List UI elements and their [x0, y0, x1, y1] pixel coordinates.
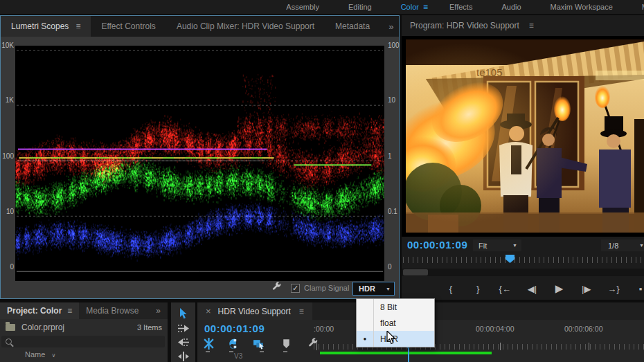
- tab-overflow-chevron-icon[interactable]: »: [380, 16, 402, 37]
- panel-menu-icon[interactable]: ≡: [67, 306, 72, 316]
- track-select-forward-icon[interactable]: [177, 324, 190, 333]
- workspace-menu-icon[interactable]: ≡: [422, 2, 435, 12]
- go-to-in-button[interactable]: {←: [499, 284, 511, 294]
- program-video-frame: te105: [402, 36, 644, 237]
- close-icon[interactable]: ×: [206, 306, 211, 316]
- ruler-major-tick: [316, 343, 317, 350]
- step-back-button[interactable]: ◀|: [526, 284, 538, 294]
- workspace-tab-assembly[interactable]: Assembly: [271, 3, 334, 11]
- linked-selection-icon[interactable]: [253, 338, 265, 350]
- tools-panel: [171, 302, 195, 362]
- scope-left-axis-label: 100: [1, 152, 14, 160]
- program-timecode[interactable]: 00:00:01:09: [407, 239, 467, 251]
- rolling-edit-tool-icon[interactable]: [178, 352, 189, 361]
- play-button[interactable]: ▶: [553, 282, 566, 295]
- workspace-bar: Assembly Editing Color ≡ Effects Audio M…: [0, 0, 644, 14]
- playback-resolution-dropdown[interactable]: 1/8 ▼: [601, 239, 644, 251]
- workspace-tab-audio[interactable]: Audio: [487, 3, 535, 11]
- lift-button[interactable]: ▪: [634, 284, 644, 294]
- program-header: Program: HDR Video Support ≡: [402, 15, 644, 36]
- scope-left-axis-label: 0: [1, 263, 14, 271]
- scope-right-axis-label: 0: [386, 263, 403, 271]
- track-v3-label: V3: [234, 352, 242, 360]
- tab-media-browser[interactable]: Media Browse: [79, 302, 145, 319]
- colorspace-dropdown[interactable]: HDR ▼: [352, 282, 395, 296]
- panel-menu-icon[interactable]: ≡: [75, 21, 80, 31]
- search-icon: [6, 338, 12, 345]
- scope-left-axis-label: 10: [1, 208, 14, 215]
- scrollbar-handle[interactable]: [403, 269, 428, 275]
- workspace-tab-maxim[interactable]: Maxim Workspace: [536, 3, 627, 11]
- go-to-out-button[interactable]: →}: [607, 284, 620, 294]
- ruler-label: 00:00:04:00: [476, 325, 514, 333]
- clamp-signal-checkbox[interactable]: ✓: [291, 284, 300, 293]
- selection-tool-icon[interactable]: [178, 308, 189, 319]
- add-marker-icon[interactable]: [280, 338, 292, 350]
- timeline-timecode[interactable]: 00:00:01:09: [204, 323, 265, 334]
- workspace-tab-effects[interactable]: Effects: [435, 3, 487, 11]
- scope-right-axis-label: 0.1: [386, 208, 403, 215]
- ruler-label: 00:00:06:00: [564, 325, 602, 333]
- project-panel: Project: Color ≡ Media Browse » Color.pr…: [0, 302, 168, 362]
- menu-bullet-slot: [357, 315, 374, 331]
- ruler-major-tick: [589, 343, 589, 350]
- tab-lumetri-scopes[interactable]: Lumetri Scopes ≡: [1, 16, 91, 37]
- tab-overflow-chevron-icon[interactable]: »: [149, 302, 168, 319]
- tab-sequence-hdr-video-support[interactable]: × HDR Video Support ≡: [197, 302, 312, 320]
- mark-in-button[interactable]: {: [445, 284, 457, 294]
- resolution-dropdown-value: 1/8: [601, 242, 639, 250]
- colorspace-dropdown-value: HDR: [353, 284, 386, 293]
- scope-right-axis-label: 1: [386, 152, 403, 160]
- premiere-pro-window: Assembly Editing Color ≡ Effects Audio M…: [0, 0, 644, 362]
- workspace-tab-color[interactable]: Color: [386, 3, 422, 11]
- chevron-down-icon: ▼: [639, 243, 644, 248]
- workspace-tab-editing[interactable]: Editing: [334, 3, 386, 11]
- fit-dropdown[interactable]: Fit ▼: [473, 239, 521, 251]
- menu-selected-bullet-icon: ●: [357, 331, 374, 347]
- menu-item-float[interactable]: float: [357, 315, 434, 331]
- step-forward-button[interactable]: |▶: [580, 284, 593, 294]
- project-file-name[interactable]: Color.prproj: [21, 323, 64, 332]
- insert-as-nest-icon[interactable]: [203, 338, 215, 350]
- scope-left-axis-label: 10K: [1, 42, 14, 49]
- menu-item-8bit[interactable]: 8 Bit: [357, 299, 434, 315]
- track-select-backward-icon[interactable]: [177, 338, 190, 347]
- program-panel-menu-icon[interactable]: ≡: [529, 21, 534, 30]
- program-zoom-scrollbar[interactable]: [402, 269, 644, 276]
- tab-lumetri-scopes-label: Lumetri Scopes: [11, 21, 69, 31]
- menu-bullet-slot: [357, 299, 374, 315]
- chevron-down-icon: ▼: [512, 243, 521, 248]
- waveform-scope-canvas: [15, 46, 384, 281]
- lumetri-tabstrip: Lumetri Scopes ≡ Effect Controls Audio C…: [1, 16, 399, 37]
- ruler-label: :00:00: [314, 325, 334, 333]
- tab-project-color[interactable]: Project: Color ≡: [0, 302, 79, 319]
- folder-icon: [6, 324, 15, 331]
- tab-audio-clip-mixer[interactable]: Audio Clip Mixer: HDR Video Support: [166, 16, 325, 37]
- name-column-header[interactable]: Name ∨: [25, 350, 55, 359]
- fit-dropdown-value: Fit: [473, 242, 512, 250]
- project-search-input[interactable]: [1, 336, 165, 347]
- program-title: Program: HDR Video Support: [410, 21, 519, 30]
- mark-out-button[interactable]: }: [472, 284, 484, 294]
- render-bar-green: [320, 352, 492, 354]
- chevron-down-icon: ▼: [386, 287, 394, 291]
- workspace-tab-overflow[interactable]: M: [627, 3, 644, 11]
- project-items-count: 3 Items: [137, 323, 168, 332]
- chevron-down-icon: ∨: [51, 352, 55, 359]
- transport-controls: { } {← ◀| ▶ |▶ →} ▪: [445, 280, 644, 298]
- program-mini-ruler[interactable]: [403, 257, 643, 263]
- waveform-scope: [15, 46, 384, 281]
- project-tabstrip: Project: Color ≡ Media Browse »: [0, 302, 168, 319]
- panel-menu-icon[interactable]: ≡: [299, 307, 304, 316]
- timeline-playhead-line[interactable]: [408, 346, 409, 362]
- mouse-cursor: [386, 331, 396, 345]
- scope-right-axis-label: 100: [386, 42, 403, 49]
- snap-magnet-icon[interactable]: [226, 338, 238, 350]
- clamp-signal-label: Clamp Signal: [304, 284, 349, 292]
- scope-settings-wrench-icon[interactable]: [271, 282, 282, 293]
- tab-metadata[interactable]: Metadata: [325, 16, 380, 37]
- scope-left-axis-label: 1K: [1, 96, 14, 104]
- scope-right-axis-label: 10: [386, 96, 403, 104]
- tab-effect-controls[interactable]: Effect Controls: [91, 16, 166, 37]
- program-monitor-panel: Program: HDR Video Support ≡: [402, 15, 644, 300]
